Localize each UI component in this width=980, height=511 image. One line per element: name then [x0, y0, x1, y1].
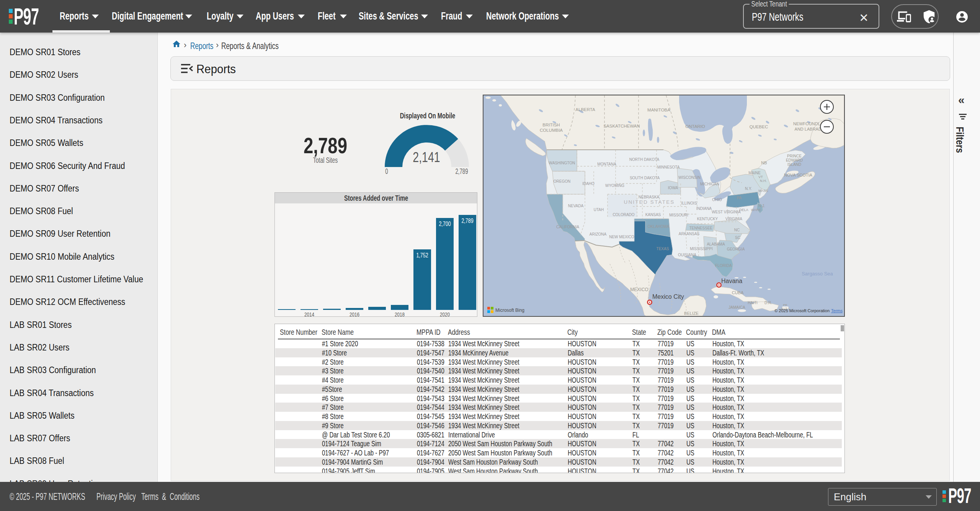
svg-text:ARKANSAS: ARKANSAS — [679, 232, 700, 236]
svg-text:ILLINOIS: ILLINOIS — [681, 201, 697, 205]
svg-text:IDAHO: IDAHO — [582, 182, 595, 186]
svg-text:OKLAHOMA: OKLAHOMA — [648, 224, 670, 229]
svg-text:PA: PA — [737, 196, 742, 200]
svg-text:MASS: MASS — [758, 189, 768, 193]
svg-text:VIRGINIA: VIRGINIA — [725, 217, 742, 221]
svg-text:KANSAS: KANSAS — [645, 213, 661, 217]
svg-text:N.Y.: N.Y. — [745, 187, 752, 191]
svg-text:ONTARIO: ONTARIO — [685, 124, 705, 129]
svg-text:CUBA: CUBA — [732, 290, 744, 295]
svg-text:Microsoft Bing: Microsoft Bing — [495, 308, 524, 313]
svg-text:QUEBEC: QUEBEC — [750, 124, 768, 129]
svg-text:EDWARD: EDWARD — [786, 158, 803, 162]
svg-text:ARIZONA: ARIZONA — [590, 232, 607, 236]
svg-text:PRINCE: PRINCE — [787, 154, 802, 158]
svg-text:BELIZE: BELIZE — [684, 311, 699, 316]
svg-text:Mexico City: Mexico City — [652, 293, 684, 300]
svg-text:MEXICO: MEXICO — [630, 287, 648, 292]
svg-text:SC: SC — [735, 236, 740, 240]
svg-text:HAITI: HAITI — [748, 301, 758, 305]
svg-text:SOUTH DAKOTA: SOUTH DAKOTA — [630, 176, 660, 180]
svg-text:JAMAICA: JAMAICA — [728, 305, 745, 310]
svg-text:MONTANA: MONTANA — [597, 162, 616, 166]
svg-text:WASHINGTON: WASHINGTON — [549, 161, 575, 165]
svg-text:OUISIANA: OUISIANA — [678, 253, 696, 257]
svg-text:VT: VT — [758, 175, 763, 179]
svg-text:TEXAS: TEXAS — [657, 247, 669, 251]
svg-text:Terms: Terms — [831, 308, 843, 313]
svg-text:PR: PR — [783, 303, 787, 307]
svg-text:SASKATCHEWAN: SASKATCHEWAN — [603, 124, 640, 128]
svg-text:TENNESSEE: TENNESSEE — [689, 226, 713, 230]
svg-text:Sargasso Sea: Sargasso Sea — [802, 271, 833, 277]
svg-text:ISLAND: ISLAND — [787, 162, 801, 167]
svg-text:N.J.: N.J. — [758, 204, 765, 208]
svg-text:NEVADA: NEVADA — [568, 204, 584, 208]
svg-text:NEW MEXICO: NEW MEXICO — [609, 235, 634, 239]
svg-text:WYOMING: WYOMING — [605, 183, 624, 188]
svg-text:COLORADO: COLORADO — [612, 213, 634, 217]
svg-text:D.R.: D.R. — [764, 301, 772, 305]
svg-text:CALIFORNIA: CALIFORNIA — [556, 225, 579, 229]
svg-text:WEST VIRGINIA: WEST VIRGINIA — [712, 210, 741, 214]
svg-text:NORTH DAKOTA: NORTH DAKOTA — [629, 157, 660, 162]
svg-text:WISCONSIN: WISCONSIN — [678, 175, 701, 180]
svg-text:ALBERTA: ALBERTA — [575, 107, 595, 112]
svg-text:MAINE: MAINE — [748, 171, 761, 175]
svg-text:MICHIGAN: MICHIGAN — [700, 182, 719, 186]
svg-text:MISSISSIPPI: MISSISSIPPI — [690, 247, 712, 251]
svg-text:© 2025 Microsoft Corporation: © 2025 Microsoft Corporation — [774, 308, 830, 313]
svg-text:FLORIDA: FLORIDA — [715, 264, 732, 268]
svg-text:N.H.: N.H. — [760, 179, 767, 183]
svg-text:MANITOBA: MANITOBA — [647, 108, 670, 112]
svg-text:Havana: Havana — [721, 278, 742, 284]
svg-text:OREGON: OREGON — [554, 179, 570, 183]
svg-text:BRITISH: BRITISH — [542, 123, 560, 127]
svg-text:IOWA: IOWA — [668, 186, 678, 190]
svg-text:ALABAMA: ALABAMA — [707, 242, 725, 246]
svg-text:DELA: DELA — [739, 208, 748, 212]
svg-text:UTAH: UTAH — [594, 208, 604, 212]
svg-text:MINNESOTA: MINNESOTA — [657, 165, 680, 169]
svg-text:GEORGIA: GEORGIA — [727, 247, 745, 251]
svg-text:MISSOURI: MISSOURI — [669, 213, 688, 217]
svg-text:NB: NB — [761, 161, 767, 165]
svg-text:NOVA SCOTIA: NOVA SCOTIA — [784, 173, 812, 177]
svg-text:COLUMBIA: COLUMBIA — [540, 128, 563, 133]
svg-text:INDIANA: INDIANA — [696, 206, 712, 211]
svg-text:NC: NC — [734, 228, 740, 232]
svg-text:KENTUCKY: KENTUCKY — [697, 217, 718, 221]
svg-text:UNITED STATES: UNITED STATES — [624, 199, 675, 205]
svg-text:OHIO: OHIO — [712, 198, 722, 202]
svg-text:NEBRASKA: NEBRASKA — [639, 195, 660, 199]
svg-text:WARE: WARE — [751, 208, 761, 212]
